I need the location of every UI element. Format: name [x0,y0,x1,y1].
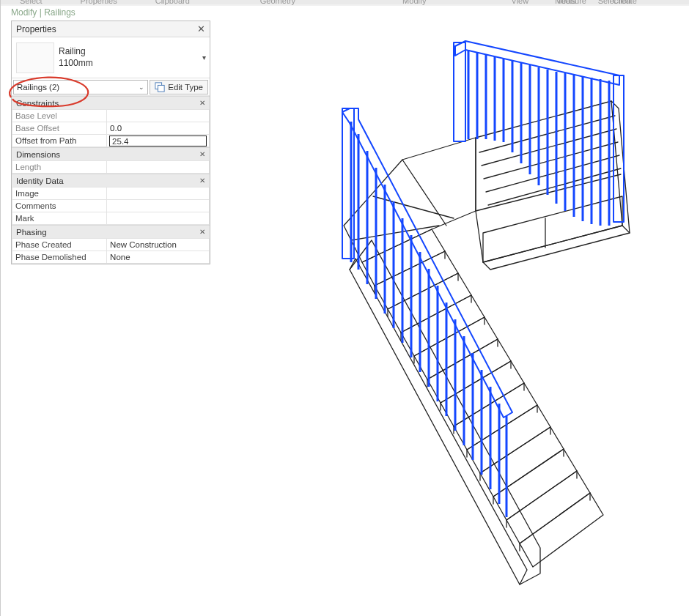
param-label: Offset from Path [12,135,107,147]
svg-rect-56 [454,42,465,141]
section-title: Dimensions [16,150,60,159]
ribbon-label: Clipboard [136,0,209,7]
param-row[interactable]: Offset from Path 25.4 [12,135,210,147]
param-value[interactable] [107,212,210,225]
param-label: Phase Created [12,239,107,251]
param-row[interactable]: Phase Created New Construction [12,239,210,251]
param-label: Length [12,161,107,174]
param-label: Base Level [12,110,107,122]
chevron-down-icon: ⌄ [139,84,144,91]
ribbon-label: Selection [576,0,631,5]
param-row[interactable]: Length [12,161,210,174]
section-header-phasing[interactable]: Phasing ✕ [12,225,210,238]
dropdown-icon[interactable]: ▾ [198,53,210,62]
param-row[interactable]: Base Level [12,110,210,122]
param-value[interactable]: 25.4 [107,135,210,147]
params-dimensions: Length [12,160,210,174]
svg-line-28 [351,226,439,240]
svg-line-30 [482,129,616,166]
collapse-icon[interactable]: ✕ [199,150,205,158]
params-phasing: Phase Created New Construction Phase Dem… [12,238,210,264]
ribbon-right-labels: Tools Selection [557,0,630,5]
ribbon-label: Properties [62,0,136,7]
params-constraints: Base Level Base Offset 0.0 Offset from P… [12,109,210,147]
section-title: Constraints [16,99,59,108]
svg-rect-1 [158,85,165,92]
properties-panel-title-bar[interactable]: Properties ✕ [12,21,210,37]
param-row[interactable]: Phase Demolished None [12,251,210,264]
ribbon-label: Select [1,0,62,7]
param-label: Mark [12,212,107,225]
svg-rect-55 [342,108,354,259]
properties-panel-title: Properties [16,24,56,34]
param-value[interactable]: None [107,251,210,264]
section-header-dimensions[interactable]: Dimensions ✕ [12,147,210,160]
family-name: Railing [59,46,198,58]
param-row[interactable]: Base Offset 0.0 [12,122,210,135]
svg-line-31 [484,142,618,179]
param-row[interactable]: Mark [12,212,210,225]
param-value[interactable] [107,200,210,212]
drawing-canvas[interactable] [212,6,689,616]
param-value[interactable] [107,188,210,200]
section-header-identity[interactable]: Identity Data ✕ [12,174,210,187]
stair-3d-view [212,6,689,614]
close-icon[interactable]: ✕ [197,23,205,34]
collapse-icon[interactable]: ✕ [199,177,205,185]
param-label: Base Offset [12,122,107,135]
type-name: 1100mm [59,58,198,70]
param-row[interactable]: Image [12,188,210,200]
param-value[interactable]: 0.0 [107,122,210,135]
type-selector[interactable]: Railing 1100mm ▾ [12,37,210,78]
collapse-icon[interactable]: ✕ [199,99,205,107]
collapse-icon[interactable]: ✕ [199,228,205,236]
properties-panel: Properties ✕ Railing 1100mm ▾ Railings (… [11,21,210,264]
param-row[interactable]: Comments [12,200,210,212]
contextual-tab[interactable]: Modify | Railings [11,7,75,22]
section-title: Identity Data [16,177,64,185]
edit-type-label: Edit Type [168,83,203,92]
app-window: Select Properties Clipboard Geometry Mod… [0,0,689,616]
params-identity: Image Comments Mark [12,187,210,225]
param-label: Comments [12,200,107,212]
edit-type-button[interactable]: Edit Type [150,80,208,94]
param-label: Image [12,188,107,200]
ribbon-label: Tools [557,0,576,5]
param-value[interactable] [107,110,210,122]
instance-filter-combo[interactable]: Railings (2) ⌄ [13,80,148,94]
instance-row: Railings (2) ⌄ Edit Type [12,78,210,96]
type-selector-text: Railing 1100mm [59,46,198,69]
section-header-constraints[interactable]: Constraints ✕ [12,96,210,109]
param-label: Phase Demolished [12,251,107,264]
edit-type-icon [155,82,165,92]
param-value[interactable]: New Construction [107,239,210,251]
type-thumbnail [16,42,54,73]
instance-filter-label: Railings (2) [17,83,59,92]
param-value[interactable] [107,161,210,174]
section-title: Phasing [16,228,47,237]
